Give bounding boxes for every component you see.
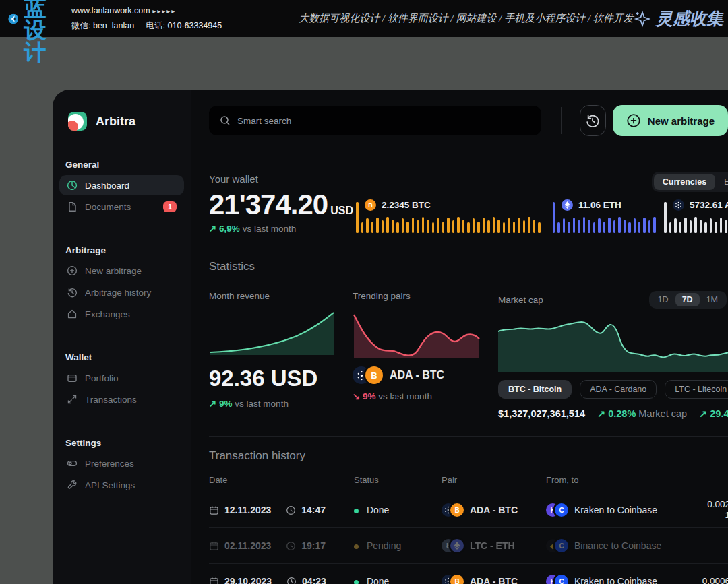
eth-holding-label: 11.06 ETH (562, 199, 621, 211)
calendar-icon (209, 577, 219, 584)
market-cap-title: Market cap (498, 295, 543, 305)
pair-value: LTC - ETH (470, 540, 515, 551)
status-dot (354, 544, 359, 549)
up-arrow-icon: ↗ (209, 224, 216, 234)
ada-holding-label: 5732.61 ADA (673, 199, 728, 211)
amount-line1: 0.0006 (702, 576, 728, 584)
chip-btc-bitcoin[interactable]: BTC - Bitcoin (498, 380, 572, 399)
search-input[interactable] (237, 116, 530, 126)
section-label-arbitrage: Arbitrage (65, 245, 191, 255)
range-1m[interactable]: 1M (700, 293, 725, 306)
bitcoin-icon: B (450, 575, 464, 584)
date-cell: 02.11.2023 19:17 (209, 540, 354, 551)
sidebar-item-arbitrage-history[interactable]: Arbitrage history (59, 282, 184, 302)
banner-contact-block: www.lanlanwork.com ▸▸▸▸▸ 微信: ben_lanlan … (71, 4, 231, 34)
sidebar-item-api-settings[interactable]: API Settings (59, 475, 184, 495)
route-icons: ◆ C (546, 539, 568, 552)
holding-bar (568, 222, 570, 233)
search-icon (220, 115, 231, 126)
trending-pairs-title: Trending pairs (353, 291, 481, 301)
history-button[interactable] (580, 105, 606, 136)
chip-ltc-litecoin[interactable]: LTC - Litecoin (665, 380, 728, 399)
date-value: 12.11.2023 (224, 505, 271, 515)
site-url[interactable]: www.lanlanwork.com (71, 6, 150, 15)
section-label-wallet: Wallet (65, 352, 191, 362)
sidebar-item-transactions[interactable]: Transactions (59, 389, 184, 410)
site-logo[interactable]: 蓝蓝设计 (8, 0, 63, 63)
sidebar-item-documents[interactable]: Documents 1 (59, 197, 184, 217)
sidebar-item-portfolio[interactable]: Portfolio (59, 368, 184, 388)
col-status: Status (354, 475, 442, 485)
holding-bar (653, 217, 655, 233)
calendar-icon (209, 505, 219, 515)
volume-change: 29.40% (710, 408, 728, 419)
sidebar-item-label: Arbitrage history (85, 288, 151, 298)
coinbase-icon: C (555, 503, 568, 517)
holding-bar (417, 220, 419, 233)
up-arrow-icon: ↗ (597, 408, 605, 419)
holding-bar (528, 217, 530, 233)
document-icon (67, 201, 78, 212)
tab-exchanges[interactable]: Exchanges (715, 174, 728, 190)
app-brand[interactable]: Arbitra (67, 110, 191, 133)
change-value: 9% (219, 399, 233, 409)
table-row[interactable]: 29.10.2023 04:23 Done B (209, 564, 728, 584)
holding-bar (497, 220, 500, 233)
eth-holding-group[interactable]: 11.06 ETH (553, 199, 664, 233)
wechat-label: 微信: ben_lanlan (71, 21, 134, 30)
ada-holding-group[interactable]: 5732.61 ADA (664, 199, 728, 233)
inspiration-collect[interactable]: 灵感收集 (634, 7, 723, 30)
holding-bar (483, 218, 485, 233)
chip-ada-cardano[interactable]: ADA - Cardano (580, 380, 657, 399)
btc-holding-group[interactable]: B 2.2345 BTC (356, 199, 553, 233)
holding-bar (608, 218, 610, 233)
sidebar-item-exchanges[interactable]: Exchanges (59, 304, 184, 324)
time-range-switch: 1D 7D 1M (649, 291, 727, 309)
table-row[interactable]: 12.11.2023 14:47 Done B (209, 492, 728, 528)
date-cell: 29.10.2023 04:23 (209, 576, 354, 584)
wallet-section: Your wallet Currencies Exchanges 21'374.… (209, 154, 728, 234)
search-bar[interactable] (209, 106, 541, 135)
table-row[interactable]: 02.11.2023 19:17 Pending Ł (209, 528, 728, 564)
holding-bar (648, 220, 650, 233)
holding-bar (704, 222, 707, 233)
time-value: 04:23 (302, 576, 326, 584)
holding-bar (406, 222, 409, 233)
holding-bar (538, 222, 541, 233)
holding-bar (518, 218, 520, 233)
documents-badge: 1 (163, 201, 177, 212)
route-value: Kraken to Coinbase (574, 576, 657, 584)
status-value: Done (367, 505, 389, 515)
cap-change-group: ↗ 0.28% Market cap (597, 408, 687, 419)
holding-bar (588, 220, 590, 233)
amount-line1: 0.002 (707, 499, 728, 510)
amount-line2: 1 (707, 510, 728, 521)
holding-bar (366, 218, 369, 233)
date-value: 02.11.2023 (224, 540, 271, 551)
wallet-tabs: Currencies Exchanges (652, 172, 728, 192)
trending-pair: B ADA - BTC (353, 366, 481, 384)
app-name: Arbitra (96, 115, 135, 129)
statistics-title: Statistics (209, 260, 728, 273)
range-1d[interactable]: 1D (651, 293, 675, 306)
sidebar-item-new-arbitrage[interactable]: New arbitrage (59, 261, 184, 281)
market-cap-stats: $1,327,027,361,514 ↗ 0.28% Market cap ↗ … (498, 408, 728, 419)
pair-value: ADA - BTC (470, 576, 518, 584)
wrench-icon (67, 480, 78, 490)
holding-bar (694, 217, 697, 233)
range-7d[interactable]: 7D (675, 293, 700, 306)
tab-currencies[interactable]: Currencies (654, 174, 715, 190)
sidebar-item-preferences[interactable]: Preferences (59, 453, 184, 474)
trending-change: ↘ 9% vs last month (353, 391, 481, 401)
route-value: Kraken to Coinbase (574, 505, 657, 515)
sidebar-item-dashboard[interactable]: Dashboard (59, 175, 184, 195)
transactions-icon (67, 394, 78, 405)
holding-bar (513, 222, 516, 233)
holding-bar (679, 222, 682, 233)
volume-change-group: ↗ 29.40% Volume (24h) (699, 408, 728, 419)
holding-bar (690, 220, 692, 233)
pair-cell: Ł LTC - ETH (442, 539, 546, 552)
btc-holding-label: B 2.2345 BTC (365, 199, 431, 211)
month-revenue-chart (209, 311, 335, 355)
new-arbitrage-button[interactable]: New arbitrage (613, 105, 728, 136)
